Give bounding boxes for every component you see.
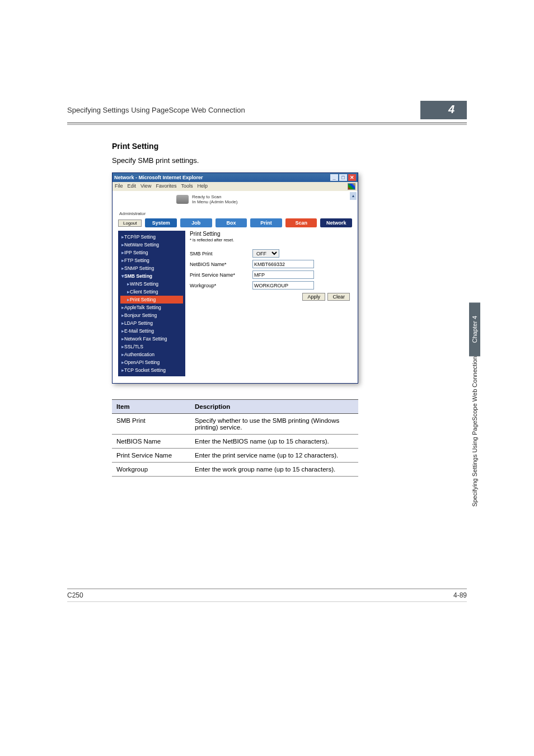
table-row: NetBIOS NameEnter the NetBIOS name (up t…	[112, 435, 358, 449]
description-table: Item Description SMB PrintSpecify whethe…	[112, 399, 358, 477]
footer-left: C250	[67, 591, 83, 599]
sidebar-item[interactable]: Bonjour Setting	[120, 311, 183, 319]
sidebar-item[interactable]: SSL/TLS	[120, 343, 183, 351]
minimize-icon[interactable]: _	[330, 174, 338, 181]
cell-desc: Specify whether to use the SMB printing …	[190, 414, 358, 435]
cell-item: Print Service Name	[112, 449, 190, 463]
cell-desc: Enter the NetBIOS name (up to 15 charact…	[190, 435, 358, 449]
breadcrumb: Specifying Settings Using PageScope Web …	[67, 106, 245, 114]
admin-label: Administrator	[115, 211, 355, 216]
sidebar-item[interactable]: Print Setting	[120, 296, 183, 304]
menu-file[interactable]: File	[115, 183, 123, 190]
chapter-number-tab: 4	[420, 101, 467, 119]
status-ready: Ready to Scan	[192, 194, 237, 199]
panel-note: * is reflected after reset.	[190, 237, 352, 242]
menu-favorites[interactable]: Favorites	[156, 183, 176, 190]
menu-help[interactable]: Help	[197, 183, 208, 190]
browser-window: Network - Microsoft Internet Explorer _ …	[112, 172, 358, 384]
sidebar-item[interactable]: E-Mail Setting	[120, 327, 183, 335]
side-chapter-tab: Chapter 4	[469, 302, 480, 356]
smb-print-select[interactable]: OFF	[252, 249, 279, 258]
workgroup-label: Workgroup*	[190, 283, 252, 288]
sidebar-item[interactable]: SMB Setting	[120, 272, 183, 280]
clear-button[interactable]: Clear	[327, 293, 350, 301]
section-heading: Print Setting	[112, 142, 467, 151]
sidebar-item[interactable]: IPP Setting	[120, 249, 183, 256]
sidebar-item[interactable]: SNMP Setting	[120, 264, 183, 272]
netbios-input[interactable]	[252, 260, 314, 268]
table-row: Print Service NameEnter the print servic…	[112, 449, 358, 463]
cell-desc: Enter the print service name (up to 12 c…	[190, 449, 358, 463]
panel-title: Print Setting	[190, 231, 352, 237]
tab-job[interactable]: Job	[180, 218, 212, 227]
th-item: Item	[112, 400, 190, 414]
menu-tools[interactable]: Tools	[181, 183, 193, 190]
sidebar-item[interactable]: TCP Socket Setting	[120, 366, 183, 374]
print-service-input[interactable]	[252, 270, 314, 279]
sidebar-item[interactable]: TCP/IP Setting	[120, 233, 183, 241]
menu-bar: File Edit View Favorites Tools Help	[113, 182, 358, 191]
cell-desc: Enter the work group name (up to 15 char…	[190, 463, 358, 477]
sidebar-item[interactable]: FTP Setting	[120, 256, 183, 264]
sidebar-item[interactable]: WINS Setting	[120, 280, 183, 288]
smb-print-label: SMB Print	[190, 251, 252, 256]
divider	[67, 124, 467, 125]
print-service-label: Print Service Name*	[190, 272, 252, 278]
sidebar-item[interactable]: LDAP Setting	[120, 319, 183, 327]
tab-scan[interactable]: Scan	[285, 218, 317, 227]
sidebar-item[interactable]: Authentication	[120, 351, 183, 358]
workgroup-input[interactable]	[252, 281, 314, 290]
status-mode: In Menu (Admin Mode)	[192, 199, 237, 204]
cell-item: NetBIOS Name	[112, 435, 190, 449]
printer-icon	[176, 195, 189, 204]
window-title: Network - Microsoft Internet Explorer	[114, 175, 203, 180]
scroll-up-icon[interactable]: ▴	[350, 192, 357, 200]
divider	[67, 123, 467, 123]
footer-right: 4-89	[453, 591, 467, 599]
logout-button[interactable]: Logout	[118, 220, 142, 227]
table-row: WorkgroupEnter the work group name (up t…	[112, 463, 358, 477]
tab-box[interactable]: Box	[216, 218, 247, 227]
side-chapter-title: Specifying Settings Using PageScope Web …	[470, 356, 479, 512]
th-desc: Description	[190, 400, 358, 414]
menu-edit[interactable]: Edit	[128, 183, 137, 190]
tab-print[interactable]: Print	[250, 218, 282, 227]
cell-item: Workgroup	[112, 463, 190, 477]
tab-network[interactable]: Network	[320, 218, 352, 227]
sidebar-item[interactable]: Client Setting	[120, 288, 183, 296]
ie-logo-icon	[348, 183, 355, 190]
sidebar-item[interactable]: OpenAPI Setting	[120, 358, 183, 366]
menu-view[interactable]: View	[140, 183, 151, 190]
sidebar: TCP/IP SettingNetWare SettingIPP Setting…	[118, 231, 185, 376]
intro-text: Specify SMB print settings.	[112, 156, 467, 165]
maximize-icon[interactable]: □	[339, 174, 347, 181]
cell-item: SMB Print	[112, 414, 190, 435]
table-row: SMB PrintSpecify whether to use the SMB …	[112, 414, 358, 435]
tab-system[interactable]: System	[145, 218, 177, 227]
netbios-label: NetBIOS Name*	[190, 262, 252, 267]
apply-button[interactable]: Apply	[302, 293, 325, 301]
close-icon[interactable]: ✕	[348, 174, 356, 181]
sidebar-item[interactable]: NetWare Setting	[120, 241, 183, 249]
sidebar-item[interactable]: AppleTalk Setting	[120, 304, 183, 311]
sidebar-item[interactable]: Network Fax Setting	[120, 335, 183, 343]
